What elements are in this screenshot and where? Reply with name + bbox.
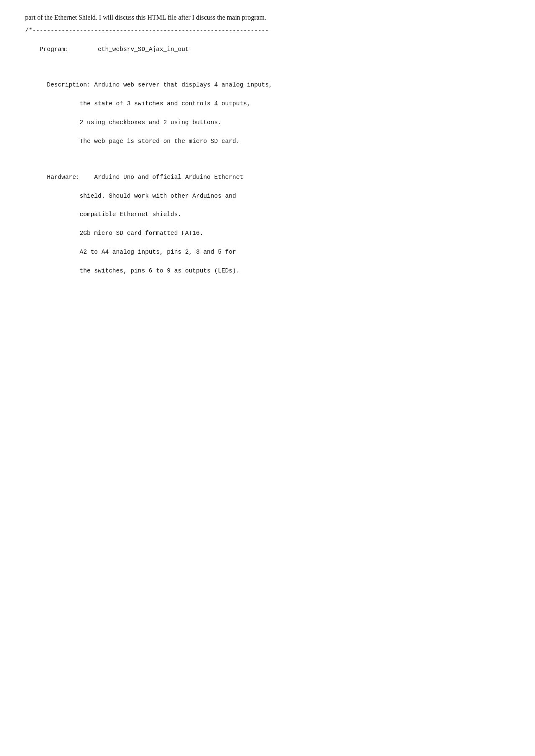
- description-line-3: 2 using checkboxes and 2 using buttons.: [80, 119, 222, 126]
- hardware-line-6: the switches, pins 6 to 9 as outputs (LE…: [80, 267, 240, 274]
- description-indent2: [25, 119, 80, 126]
- description-indent: [25, 100, 80, 107]
- hardware-line-5: A2 to A4 analog inputs, pins 2, 3 and 5 …: [80, 249, 236, 255]
- separator-line: /*--------------------------------------…: [25, 26, 510, 35]
- description-indent3: [25, 138, 80, 145]
- hardware-line-1: Arduino Uno and official Arduino Etherne…: [94, 174, 243, 181]
- program-label: Program:: [40, 46, 69, 53]
- hardware-indent: [25, 193, 80, 199]
- program-line: Program: eth_websrv_SD_Ajax_in_out: [25, 35, 510, 63]
- description-block: Description: Arduino web server that dis…: [25, 71, 510, 155]
- hardware-indent5: [25, 267, 80, 274]
- program-value: eth_websrv_SD_Ajax_in_out: [98, 46, 189, 53]
- code-block: /*--------------------------------------…: [25, 26, 510, 285]
- intro-paragraph: part of the Ethernet Shield. I will disc…: [25, 13, 510, 23]
- hardware-line-2: shield. Should work with other Arduinos …: [80, 193, 236, 199]
- description-label: Description:: [40, 81, 94, 88]
- description-line-4: The web page is stored on the micro SD c…: [80, 138, 240, 145]
- hardware-indent4: [25, 249, 80, 255]
- description-line-2: the state of 3 switches and controls 4 o…: [80, 100, 251, 107]
- hardware-label: Hardware:: [40, 174, 94, 181]
- hardware-line-3: compatible Ethernet shields.: [80, 211, 182, 218]
- hardware-line-4: 2Gb micro SD card formatted FAT16.: [80, 230, 204, 237]
- hardware-indent2: [25, 211, 80, 218]
- hardware-indent3: [25, 230, 80, 237]
- description-line-1: Arduino web server that displays 4 analo…: [94, 81, 272, 88]
- hardware-block: Hardware: Arduino Uno and official Ardui…: [25, 163, 510, 285]
